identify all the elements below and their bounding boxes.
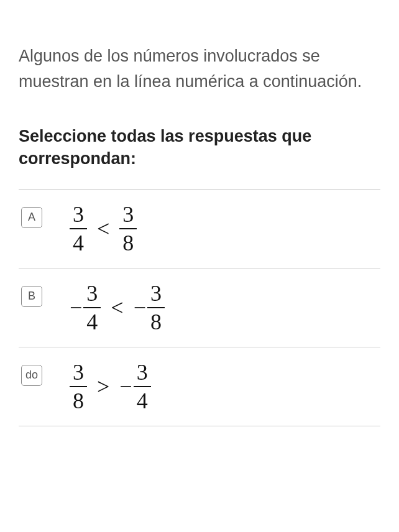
instruction-text: Seleccione todas las respuestas que corr… bbox=[19, 125, 380, 170]
denominator: 4 bbox=[134, 387, 151, 412]
denominator: 8 bbox=[119, 229, 137, 254]
operator: < bbox=[97, 216, 109, 242]
fraction: 3 4 bbox=[134, 361, 151, 412]
denominator: 8 bbox=[70, 387, 87, 412]
option-badge-do[interactable]: do bbox=[21, 365, 42, 386]
numerator: 3 bbox=[70, 361, 87, 387]
denominator: 4 bbox=[83, 308, 101, 333]
fraction: 3 4 bbox=[83, 282, 101, 333]
fraction: 3 8 bbox=[147, 282, 165, 333]
option-row[interactable]: do 3 8 > − 3 4 bbox=[19, 347, 380, 426]
fraction: 3 8 bbox=[70, 361, 87, 412]
intro-text: Algunos de los números involucrados se m… bbox=[19, 44, 380, 94]
option-badge-b[interactable]: B bbox=[21, 286, 42, 307]
numerator: 3 bbox=[83, 282, 101, 308]
option-row[interactable]: B − 3 4 < − 3 8 bbox=[19, 268, 380, 347]
numerator: 3 bbox=[134, 361, 151, 387]
fraction: 3 4 bbox=[70, 203, 87, 254]
option-row[interactable]: A 3 4 < 3 8 bbox=[19, 190, 380, 268]
math-expression: − 3 4 < − 3 8 bbox=[70, 282, 165, 333]
operator: > bbox=[97, 374, 109, 400]
denominator: 8 bbox=[147, 308, 165, 333]
minus-sign: − bbox=[70, 295, 82, 321]
operator: < bbox=[111, 295, 123, 321]
numerator: 3 bbox=[70, 203, 87, 229]
minus-sign: − bbox=[134, 295, 146, 321]
numerator: 3 bbox=[119, 203, 137, 229]
options-list: A 3 4 < 3 8 B − 3 4 < bbox=[19, 189, 380, 426]
denominator: 4 bbox=[70, 229, 87, 254]
numerator: 3 bbox=[147, 282, 165, 308]
fraction: 3 8 bbox=[119, 203, 137, 254]
minus-sign: − bbox=[119, 374, 132, 400]
option-badge-a[interactable]: A bbox=[21, 207, 42, 228]
math-expression: 3 8 > − 3 4 bbox=[70, 361, 151, 412]
math-expression: 3 4 < 3 8 bbox=[70, 203, 137, 254]
